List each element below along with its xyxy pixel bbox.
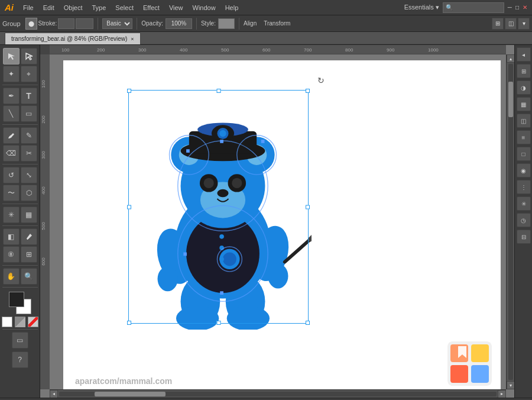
rpanel-btn-2[interactable]: ◑: [517, 80, 531, 95]
opacity-input[interactable]: [166, 18, 192, 29]
eraser-tool[interactable]: ⌫: [3, 145, 20, 162]
stroke-color[interactable]: [58, 18, 74, 29]
svg-rect-58: [220, 140, 223, 143]
scissors-tool[interactable]: ✂: [21, 145, 37, 162]
svg-line-24: [285, 240, 310, 262]
rpanel-btn-8[interactable]: ⋮: [517, 180, 531, 194]
hand-tool[interactable]: ✋: [3, 268, 20, 285]
pen-tool[interactable]: ✒: [3, 88, 20, 104]
symbol-tool[interactable]: ✳: [3, 207, 20, 223]
right-panel: ◂ ⊞ ◑ ▦ ◫ ≡ □ ◉ ⋮ ✳ ◷ ⊟: [514, 45, 532, 398]
sel-handle-ml[interactable]: [127, 205, 131, 209]
lasso-tool[interactable]: ⌖: [21, 66, 37, 82]
selection-tool[interactable]: [3, 48, 20, 64]
menu-view[interactable]: View: [164, 0, 188, 15]
sel-handle-tl[interactable]: [127, 89, 131, 93]
sel-handle-tc[interactable]: [216, 89, 220, 93]
sel-handle-bl[interactable]: [127, 321, 131, 325]
paintbrush-tool[interactable]: [3, 127, 20, 144]
magic-wand-tool[interactable]: ✦: [3, 66, 20, 82]
scale-tool[interactable]: ⤡: [21, 167, 37, 183]
screen-mode-btn[interactable]: ▭: [12, 332, 28, 349]
rotate-tool[interactable]: ↺: [3, 167, 20, 183]
stroke-swatch[interactable]: [28, 317, 38, 327]
direct-select-tool[interactable]: [21, 48, 37, 64]
menu-window[interactable]: Window: [188, 0, 220, 15]
rpanel-btn-10[interactable]: ◷: [517, 213, 531, 227]
svg-point-23: [268, 264, 288, 289]
rpanel-btn-4[interactable]: ◫: [517, 114, 531, 128]
gradient-tool[interactable]: ◧: [3, 228, 20, 245]
h-scroll-thumb[interactable]: [95, 392, 166, 396]
brush-select[interactable]: Basic: [102, 18, 132, 29]
maximize-btn[interactable]: □: [515, 4, 519, 11]
mesh-tool[interactable]: ⊞: [21, 246, 37, 263]
tab-close-btn[interactable]: ×: [131, 36, 134, 42]
search-input[interactable]: [454, 4, 501, 11]
menu-type[interactable]: Type: [87, 0, 111, 15]
style-selector[interactable]: ⬤: [25, 18, 37, 30]
document-tab[interactable]: transforming_bear.ai @ 84% (RGB/Preview)…: [5, 33, 141, 44]
scroll-left-btn[interactable]: ◂: [50, 390, 58, 398]
rpanel-btn-5[interactable]: ≡: [517, 130, 531, 144]
v-scroll-thumb[interactable]: [508, 82, 513, 117]
menu-select[interactable]: Select: [111, 0, 138, 15]
svg-text:600: 600: [262, 47, 271, 53]
svg-point-45: [232, 178, 242, 188]
warp-tool[interactable]: 〜: [3, 185, 20, 201]
svg-rect-67: [471, 344, 489, 362]
toolbar-btn-1[interactable]: ⊞: [492, 18, 504, 30]
stroke-label: Stroke:: [38, 20, 57, 27]
toolbar-btn-3[interactable]: ▾: [518, 18, 530, 30]
style-color[interactable]: [218, 18, 235, 29]
transform-btn[interactable]: Transform: [264, 20, 290, 27]
screen-mode-tools: ▭: [12, 332, 28, 349]
menu-help[interactable]: Help: [220, 0, 244, 15]
svg-text:700: 700: [304, 47, 312, 53]
none-fill[interactable]: [2, 317, 12, 327]
close-btn[interactable]: ✕: [523, 4, 527, 11]
rpanel-btn-11[interactable]: ⊟: [517, 230, 531, 244]
rpanel-btn-7[interactable]: ◉: [517, 163, 531, 178]
blend-tool[interactable]: ⑧: [3, 246, 20, 263]
menu-edit[interactable]: Edit: [38, 0, 59, 15]
graph-tool[interactable]: ▦: [21, 207, 37, 223]
svg-rect-12: [40, 54, 50, 389]
menu-object[interactable]: Object: [59, 0, 87, 15]
sel-handle-tr[interactable]: [306, 89, 310, 93]
minimize-btn[interactable]: ─: [508, 4, 512, 11]
shape-tool[interactable]: ▭: [21, 105, 37, 122]
rpanel-btn-1[interactable]: ⊞: [517, 64, 531, 78]
rpanel-btn-9[interactable]: ✳: [517, 196, 531, 211]
gradient-swatch[interactable]: [15, 317, 25, 327]
color-swatches[interactable]: [9, 292, 31, 314]
scroll-down-btn[interactable]: ▾: [507, 381, 515, 389]
svg-point-21: [158, 266, 178, 291]
menu-effect[interactable]: Effect: [138, 0, 164, 15]
stroke-weight[interactable]: [76, 18, 93, 29]
help-tool[interactable]: ?: [12, 351, 28, 368]
pencil-tool[interactable]: ✎: [21, 127, 37, 144]
rotation-handle[interactable]: ↻: [317, 76, 325, 83]
eyedropper-tool[interactable]: [21, 228, 37, 245]
menu-file[interactable]: File: [18, 0, 38, 15]
rpanel-btn-3[interactable]: ▦: [517, 97, 531, 111]
rpanel-collapse[interactable]: ◂: [517, 47, 531, 62]
zoom-tool[interactable]: 🔍: [21, 268, 37, 285]
line-tool[interactable]: ╲: [3, 105, 20, 122]
foreground-color[interactable]: [9, 292, 24, 307]
toolbar-btn-2[interactable]: ◫: [505, 18, 517, 30]
rpanel-btn-6[interactable]: □: [517, 147, 531, 161]
svg-text:800: 800: [345, 47, 353, 53]
sep-5: [2, 225, 38, 226]
type-tool[interactable]: T: [21, 88, 37, 104]
svg-point-52: [219, 130, 226, 137]
svg-point-29: [227, 306, 270, 330]
align-btn[interactable]: Align: [244, 20, 257, 27]
line-tools: ╲ ▭: [3, 105, 37, 122]
free-transform-tool[interactable]: ⬡: [21, 185, 37, 201]
opacity-label: Opacity:: [141, 20, 163, 27]
scroll-up-btn[interactable]: ▴: [507, 54, 515, 63]
svg-point-32: [223, 253, 236, 266]
scroll-right-btn[interactable]: ▸: [498, 390, 506, 398]
